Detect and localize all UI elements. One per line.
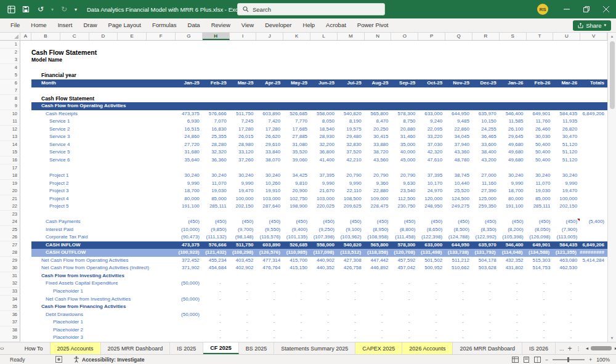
cell[interactable]: 33,880: [365, 141, 392, 149]
cell[interactable]: -: [338, 280, 365, 288]
cell[interactable]: 109,000: [365, 195, 392, 203]
cell[interactable]: (9,550): [256, 226, 283, 234]
cell[interactable]: 35,640: [176, 156, 203, 164]
zoom-level[interactable]: 100%: [596, 357, 610, 363]
cell[interactable]: [580, 126, 607, 134]
cell[interactable]: [20, 296, 31, 304]
ribbon-tab-draw[interactable]: Draw: [78, 18, 102, 32]
cell[interactable]: -: [310, 280, 338, 288]
cell[interactable]: 540,820: [338, 241, 365, 249]
cell[interactable]: 32,830: [338, 141, 365, 149]
cell[interactable]: 20,790: [365, 172, 392, 180]
cell[interactable]: [418, 64, 445, 72]
cell[interactable]: 9,990: [338, 180, 365, 188]
cell[interactable]: 457,042: [392, 264, 419, 272]
cell[interactable]: [365, 64, 392, 72]
cell[interactable]: 440,352: [310, 264, 338, 272]
cell[interactable]: 10,260: [256, 180, 283, 188]
ribbon-tab-file[interactable]: File: [5, 18, 25, 32]
cell[interactable]: (105,398): [500, 233, 527, 241]
cell[interactable]: (8,650): [418, 226, 445, 234]
cell[interactable]: [500, 56, 527, 64]
cell[interactable]: (450): [527, 218, 554, 226]
cell[interactable]: [553, 56, 580, 64]
cell[interactable]: 649,901: [527, 110, 554, 118]
cell[interactable]: [203, 211, 230, 219]
cell[interactable]: 26,015: [230, 133, 257, 141]
cell[interactable]: 38,745: [445, 172, 472, 180]
cell[interactable]: [338, 64, 365, 72]
cell[interactable]: (90,473): [176, 233, 203, 241]
cell[interactable]: [203, 87, 230, 95]
cell[interactable]: -: [230, 296, 257, 304]
cell[interactable]: -: [472, 326, 500, 334]
cell[interactable]: [338, 95, 365, 103]
cell[interactable]: -: [365, 334, 392, 342]
cell[interactable]: [500, 41, 527, 49]
cell[interactable]: 31,680: [176, 148, 203, 156]
cell[interactable]: 202,150: [230, 203, 257, 211]
row-number[interactable]: 38: [0, 326, 20, 334]
cell[interactable]: 26,620: [256, 133, 283, 141]
cell[interactable]: (450): [500, 218, 527, 226]
row-label[interactable]: Service 3: [31, 133, 176, 141]
cell[interactable]: -: [392, 311, 419, 319]
cell[interactable]: 42,320: [418, 148, 445, 156]
more-sheets-button[interactable]: ...: [559, 346, 564, 352]
cell[interactable]: [392, 272, 419, 280]
row-label[interactable]: Cash Flow Statement: [31, 95, 176, 103]
cell[interactable]: -: [256, 326, 283, 334]
row-label[interactable]: Net Cash Flow from Operating Activities …: [31, 264, 176, 272]
cell[interactable]: [176, 87, 203, 95]
scroll-down-icon[interactable]: ▼: [610, 334, 614, 342]
cell[interactable]: 462,530: [553, 264, 580, 272]
cell[interactable]: 7,770: [283, 118, 310, 126]
cell[interactable]: 20,790: [392, 172, 419, 180]
cell[interactable]: (113,005): [553, 233, 580, 241]
cell[interactable]: [20, 218, 31, 226]
cell[interactable]: [553, 303, 580, 311]
cell[interactable]: 11,760: [527, 118, 554, 126]
cell[interactable]: [230, 272, 257, 280]
cell[interactable]: [20, 148, 31, 156]
row-number[interactable]: 30: [0, 264, 20, 272]
cell[interactable]: [310, 102, 338, 110]
cell[interactable]: 22,095: [418, 126, 445, 134]
row-label[interactable]: Placeholder 2: [31, 326, 176, 334]
cell[interactable]: 85,000: [203, 195, 230, 203]
cell[interactable]: (124,788): [445, 233, 472, 241]
cell[interactable]: [230, 64, 257, 72]
cell[interactable]: (8,200): [500, 226, 527, 234]
cell[interactable]: 455,234: [203, 257, 230, 265]
cell[interactable]: [230, 71, 257, 79]
cell[interactable]: [365, 164, 392, 172]
cell[interactable]: [20, 257, 31, 265]
sheet-tab-2026-mrr-dashboard[interactable]: 2026 MRR Dashboard: [453, 342, 522, 354]
cell[interactable]: [256, 71, 283, 79]
cell[interactable]: -: [230, 311, 257, 319]
cell[interactable]: [256, 87, 283, 95]
ribbon-tab-acrobat[interactable]: Acrobat: [320, 18, 352, 32]
cell[interactable]: 124,500: [445, 195, 472, 203]
row-number[interactable]: 29: [0, 257, 20, 265]
cell[interactable]: 9,990: [176, 180, 203, 188]
cell[interactable]: 526,685: [283, 241, 310, 249]
cell[interactable]: [20, 56, 31, 64]
cell[interactable]: [527, 87, 554, 95]
cell[interactable]: (8,500): [445, 226, 472, 234]
row-number[interactable]: 21: [0, 195, 20, 203]
cell[interactable]: 18,540: [310, 126, 338, 134]
cell[interactable]: [20, 156, 31, 164]
cell[interactable]: [256, 41, 283, 49]
cell[interactable]: [580, 133, 607, 141]
cell[interactable]: [283, 87, 310, 95]
column-header-F[interactable]: F: [147, 33, 176, 40]
cell[interactable]: [472, 49, 500, 57]
row-label[interactable]: Project 5: [31, 203, 176, 211]
cell[interactable]: 30,240: [203, 172, 230, 180]
cell[interactable]: 10,150: [472, 118, 500, 126]
cell[interactable]: [310, 211, 338, 219]
cell[interactable]: -: [445, 296, 472, 304]
cell[interactable]: 120,000: [418, 195, 445, 203]
cell[interactable]: [365, 102, 392, 110]
